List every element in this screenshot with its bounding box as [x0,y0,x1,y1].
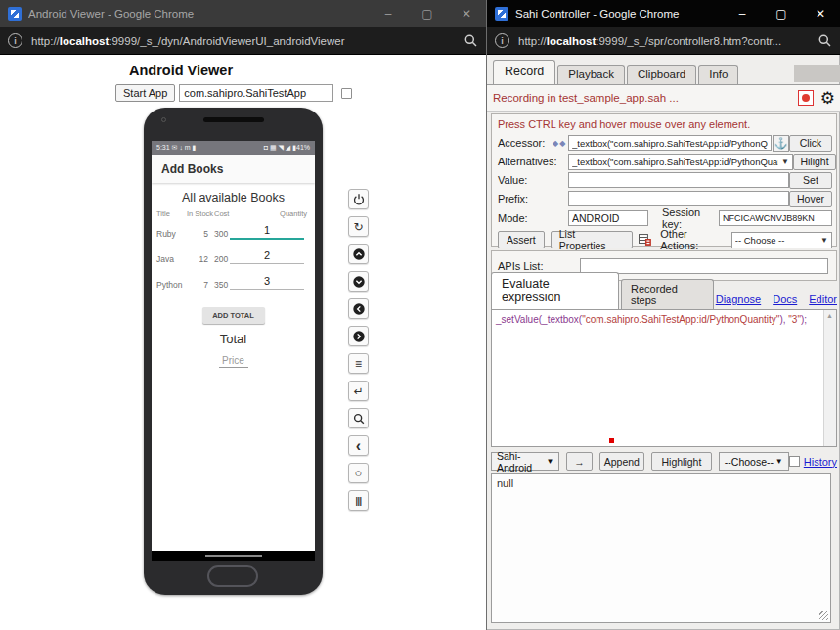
hover-button[interactable]: Hover [789,191,832,207]
tab-recorded-steps[interactable]: Recorded steps [621,279,714,309]
accessor-input[interactable] [568,135,772,151]
left-url[interactable]: http://localhost:9999/_s_/dyn/AndroidVie… [31,35,464,47]
prefix-label: Prefix: [498,193,568,204]
output-area[interactable]: null [491,473,831,623]
table-header: Title In Stock Cost Quantity [152,209,315,221]
value-input[interactable] [568,172,789,188]
book-cost: 300 [214,229,228,239]
list-properties-button[interactable]: List Properties [551,231,634,248]
left-url-bar[interactable]: i http://localhost:9999/_s_/dyn/AndroidV… [0,27,486,55]
chevron-down-icon: ▼ [546,457,553,466]
col-quantity: Quantity [280,209,307,218]
choose-select[interactable]: --Choose-- ▼ [719,452,789,471]
recording-row: Recording in test_sample_app.sah ... ⚙ [487,85,840,111]
left-titlebar[interactable]: Android Viewer - Google Chrome – ▢ ✕ [0,0,486,27]
power-icon[interactable] [348,189,369,209]
maximize-button[interactable]: ▢ [762,0,801,27]
right-url[interactable]: http://localhost:9999/_s_/spr/controller… [518,35,818,47]
evaluate-toolbar: Sahi-Android ▼ → Append Highlight --Choo… [491,451,837,472]
enter-icon[interactable]: ↵ [348,381,369,401]
back-icon[interactable]: ‹ [348,435,369,456]
nav-bar [152,551,315,561]
table-row: Python 7 350 3 [152,272,315,297]
prefix-input[interactable] [568,191,789,206]
price-input[interactable]: Price [219,355,248,368]
chevron-down-icon: ▼ [820,236,828,245]
circle-left-icon[interactable] [348,298,369,319]
home-button[interactable] [207,565,258,587]
viewer-checkbox[interactable] [341,88,352,99]
evaluate-tabs: Evaluate expression Recorded steps Diagn… [491,287,837,309]
book-title: Java [156,254,174,264]
run-arrow-button[interactable]: → [566,452,592,471]
assert-button[interactable]: Assert [498,231,545,248]
page-title: Android Viewer [0,63,362,78]
android-screen[interactable]: 5:31 ✉ ↓ m ▮ ◘ ▦ ◥ ◢ ▮41% Add Books All … [152,141,315,561]
apis-list-label: APIs List: [498,260,580,272]
page-info-icon[interactable]: i [495,33,509,48]
expression-line: _setValue(_textbox("com.sahipro.SahiTest… [496,313,820,326]
anchor-icon[interactable]: ⚓ [773,135,789,152]
search-icon[interactable] [464,33,478,48]
page-info-icon[interactable]: i [8,33,22,48]
home-circle-icon[interactable]: ○ [348,463,369,483]
docs-link[interactable]: Docs [773,293,797,305]
highlight-button[interactable]: Highlight [651,452,712,471]
start-app-button[interactable]: Start App [115,84,175,102]
minimize-button[interactable]: – [723,0,762,27]
tab-record[interactable]: Record [493,60,555,84]
book-stock: 7 [187,280,208,290]
menu-icon[interactable]: ≡ [348,353,369,374]
close-button[interactable]: ✕ [801,0,840,27]
scroll-up-icon[interactable]: ▲ [826,312,833,319]
search-icon[interactable] [818,33,832,48]
col-cost: Cost [214,209,229,218]
tab-clipboard[interactable]: Clipboard [627,65,696,84]
sahi-favicon [8,7,22,21]
book-cost: 350 [214,280,228,290]
language-select[interactable]: Sahi-Android ▼ [491,452,559,471]
refresh-icon[interactable]: ↻ [348,216,369,237]
scrollbar[interactable]: ▲ [823,310,836,446]
app-package-input[interactable] [179,84,333,102]
circle-up-icon[interactable] [348,244,369,264]
other-actions-select[interactable]: -- Choose -- ▼ [731,232,832,248]
alternatives-select[interactable]: _textbox("com.sahipro.SahiTestApp:id/Pyt… [568,154,793,170]
circle-down-icon[interactable] [348,271,369,292]
add-total-button[interactable]: ADD TOTAL [202,307,265,324]
apis-list-input[interactable] [580,258,828,274]
right-url-bar[interactable]: i http://localhost:9999/_s_/spr/controll… [487,27,840,55]
tab-playback[interactable]: Playback [557,65,625,84]
quantity-input[interactable]: 2 [230,249,304,264]
record-button[interactable] [798,90,814,106]
history-checkbox[interactable] [789,456,800,467]
session-key-input[interactable] [719,210,832,226]
quantity-input[interactable]: 3 [230,275,304,290]
append-button[interactable]: Append [599,452,644,471]
search-icon[interactable] [348,408,369,428]
editor-link[interactable]: Editor [809,293,837,305]
chevron-down-icon: ▼ [775,457,783,466]
mode-input[interactable] [568,210,648,226]
right-titlebar[interactable]: Sahi Controller - Google Chrome – ▢ ✕ [487,0,840,27]
status-right: ◘ ▦ ◥ ◢ ▮41% [264,144,310,152]
tab-info[interactable]: Info [698,65,738,84]
hilight-button[interactable]: Hilight [793,154,836,170]
set-button[interactable]: Set [789,172,832,189]
maximize-button[interactable]: ▢ [408,0,447,27]
tab-evaluate-expression[interactable]: Evaluate expression [491,272,619,309]
gear-icon[interactable]: ⚙ [820,90,835,107]
recents-icon[interactable]: ||| [348,490,369,511]
minimize-button[interactable]: – [369,0,408,27]
history-link[interactable]: History [804,456,837,468]
accessor-marker-icon[interactable]: ◆◆ [553,139,568,148]
quantity-input[interactable]: 1 [230,224,304,240]
diagnose-link[interactable]: Diagnose [716,293,761,305]
circle-right-icon[interactable] [348,326,369,346]
evaluate-expression-area[interactable]: _setValue(_textbox("com.sahipro.SahiTest… [491,309,837,447]
script-table-icon[interactable] [639,234,652,247]
resize-handle-icon[interactable] [819,611,828,620]
close-button[interactable]: ✕ [447,0,486,27]
click-button[interactable]: Click [789,135,832,152]
app-title-bar: Add Books [152,155,315,183]
